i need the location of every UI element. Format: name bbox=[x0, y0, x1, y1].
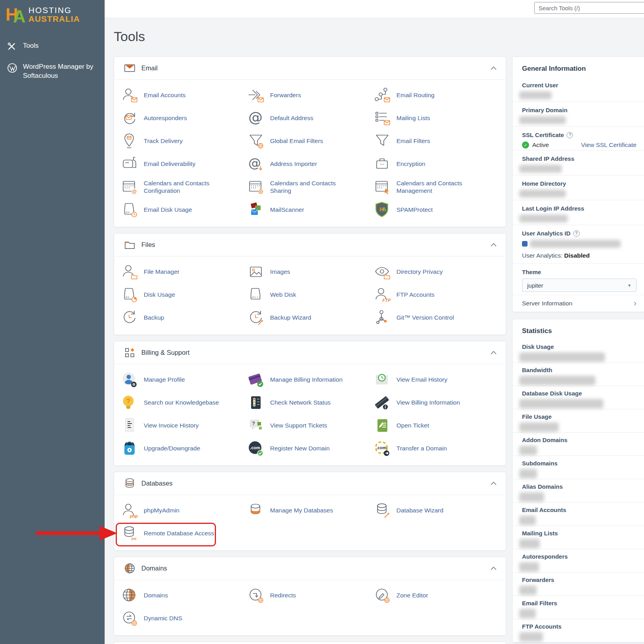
tool-item-calendars-and-contacts-management[interactable]: Calendars and Contacts Management bbox=[373, 175, 499, 198]
collapse-chevron-icon[interactable] bbox=[491, 351, 496, 354]
redacted-value bbox=[530, 240, 621, 248]
tool-item-view-invoice-history[interactable]: View Invoice History bbox=[120, 414, 247, 437]
tool-item-file-manager[interactable]: File Manager bbox=[120, 260, 247, 283]
sidebar-item-tools[interactable]: Tools bbox=[0, 37, 105, 58]
tool-item-label: Redirects bbox=[270, 591, 296, 599]
tool-item-email-filters[interactable]: Email Filters bbox=[373, 130, 499, 153]
tool-item-label: Domains bbox=[144, 591, 168, 599]
section-header-billing: Billing & Support bbox=[114, 341, 506, 364]
tool-item-open-ticket[interactable]: Open Ticket bbox=[373, 414, 499, 437]
sidebar-item-wordpress-manager[interactable]: WordPress Manager by Softaculous bbox=[0, 58, 105, 85]
tool-item-spamprotect[interactable]: HASPAMProtect bbox=[373, 198, 499, 221]
collapse-chevron-icon[interactable] bbox=[491, 567, 496, 570]
tool-item-forwarders[interactable]: Forwarders bbox=[247, 84, 373, 107]
section-grid-domains: DomainsRedirectsZone EditorDynamic DNS bbox=[114, 580, 506, 635]
section-title: Files bbox=[141, 241, 155, 249]
tool-item-git-version-control[interactable]: Git™ Version Control bbox=[373, 306, 499, 329]
collapse-chevron-icon[interactable] bbox=[491, 243, 496, 247]
search-input[interactable] bbox=[534, 2, 644, 14]
tool-item-ftp-accounts[interactable]: FTPFTP Accounts bbox=[373, 283, 499, 306]
sections: EmailEmail AccountsForwardersEmail Routi… bbox=[114, 56, 506, 636]
tool-item-global-email-filters[interactable]: Global Email Filters bbox=[247, 130, 373, 153]
mailscanner-icon bbox=[247, 201, 265, 219]
tool-item-disk-usage[interactable]: Disk Usage bbox=[120, 283, 247, 306]
tool-item-database-wizard[interactable]: Database Wizard bbox=[373, 499, 499, 522]
tool-item-calendars-and-contacts-configuration[interactable]: @Calendars and Contacts Configuration bbox=[120, 175, 247, 198]
svg-text:FTP: FTP bbox=[383, 298, 391, 303]
tool-item-register-new-domain[interactable]: .comRegister New Domain bbox=[247, 437, 373, 460]
tool-item-upgrade-downgrade[interactable]: Upgrade/Downgrade bbox=[120, 437, 247, 460]
tool-item-encryption[interactable]: Encryption bbox=[373, 153, 499, 175]
tool-item-email-routing[interactable]: Email Routing bbox=[373, 84, 499, 107]
ha-logo-mark-icon: H A bbox=[6, 4, 25, 25]
tool-item-email-deliverability[interactable]: Email Deliverability bbox=[120, 153, 247, 175]
tool-item-dynamic-dns[interactable]: Dynamic DNS bbox=[120, 607, 247, 630]
brand-text: HOSTING AUSTRALIA bbox=[28, 6, 80, 23]
tool-item-calendars-and-contacts-sharing[interactable]: Calendars and Contacts Sharing bbox=[247, 175, 373, 198]
sidebar-item-label: Tools bbox=[23, 41, 39, 51]
help-icon[interactable]: ? bbox=[567, 132, 573, 138]
tool-item-default-address[interactable]: @Default Address bbox=[247, 107, 373, 130]
mailing-list-icon bbox=[373, 109, 391, 127]
tool-item-manage-my-databases[interactable]: Manage My Databases bbox=[247, 499, 373, 522]
collapse-chevron-icon[interactable] bbox=[491, 482, 496, 485]
help-icon[interactable]: ? bbox=[573, 230, 580, 237]
stat-row-email-filters: Email Filters bbox=[513, 596, 644, 619]
redacted-value bbox=[519, 469, 537, 478]
tool-item-view-email-history[interactable]: View Email History bbox=[373, 368, 499, 391]
tool-item-label: View Billing Information bbox=[396, 399, 460, 406]
redirect-icon bbox=[247, 586, 265, 604]
redacted-value bbox=[519, 516, 536, 525]
tool-item-autoresponders[interactable]: Autoresponders bbox=[120, 107, 247, 130]
theme-select[interactable]: jupiter▼ bbox=[522, 279, 636, 292]
tool-item-backup[interactable]: Backup bbox=[120, 306, 247, 329]
tool-item-label: Global Email Filters bbox=[270, 137, 323, 145]
at-sign-icon: @ bbox=[247, 109, 265, 127]
tool-item-domains[interactable]: Domains bbox=[120, 584, 247, 607]
server-information-link[interactable]: Server Information› bbox=[513, 295, 644, 312]
tool-item-track-delivery[interactable]: Track Delivery bbox=[120, 130, 247, 153]
tool-item-zone-editor[interactable]: Zone Editor bbox=[373, 584, 499, 607]
stat-label: Alias Domains bbox=[522, 483, 636, 490]
tool-item-backup-wizard[interactable]: Backup Wizard bbox=[247, 306, 373, 329]
tool-item-search-our-knowledgebase[interactable]: ?Search our Knowledgebase bbox=[120, 391, 247, 414]
tool-item-label: Email Disk Usage bbox=[144, 206, 192, 213]
tool-item-label: Zone Editor bbox=[396, 591, 428, 599]
section-domains: DomainsDomainsRedirectsZone EditorDynami… bbox=[114, 557, 506, 636]
tool-item-phpmyadmin[interactable]: phpphpMyAdmin bbox=[120, 499, 247, 522]
tool-item-manage-profile[interactable]: Manage Profile bbox=[120, 368, 247, 391]
select-caret-icon: ▼ bbox=[627, 283, 631, 288]
tool-item-label: Calendars and Contacts Management bbox=[396, 179, 477, 195]
tool-item-label: Open Ticket bbox=[396, 422, 429, 429]
user-mail-icon bbox=[120, 86, 139, 104]
tool-item-web-disk[interactable]: Web Disk bbox=[247, 283, 373, 306]
globe-half-icon bbox=[120, 586, 139, 604]
tool-item-email-accounts[interactable]: Email Accounts bbox=[120, 84, 247, 107]
tool-item-remote-database-access[interactable]: ><Remote Database Access bbox=[120, 522, 247, 545]
tool-item-redirects[interactable]: Redirects bbox=[247, 584, 373, 607]
tool-item-view-billing-information[interactable]: iView Billing Information bbox=[373, 391, 499, 414]
redacted-value bbox=[519, 492, 544, 502]
redacted-value bbox=[519, 539, 540, 548]
tool-item-label: File Manager bbox=[144, 268, 179, 275]
collapse-chevron-icon[interactable] bbox=[491, 66, 496, 70]
tool-item-view-support-tickets[interactable]: ?View Support Tickets bbox=[247, 414, 373, 437]
eye-folder-icon bbox=[373, 263, 391, 281]
hosting-australia-logo[interactable]: H A HOSTING AUSTRALIA bbox=[0, 0, 105, 25]
tool-item-check-network-status[interactable]: Check Network Status bbox=[247, 391, 373, 414]
tool-item-mailing-lists[interactable]: Mailing Lists bbox=[373, 107, 499, 130]
tool-item-email-disk-usage[interactable]: Email Disk Usage bbox=[120, 198, 247, 221]
info-label: Current User bbox=[522, 82, 636, 89]
tool-item-mailscanner[interactable]: MailScanner bbox=[247, 198, 373, 221]
mailbox-icon bbox=[120, 155, 139, 173]
view-ssl-certificate-link[interactable]: View SSL Certificate bbox=[581, 141, 636, 149]
tool-item-manage-billing-information[interactable]: Manage Billing Information bbox=[247, 368, 373, 391]
tool-item-label: Address Importer bbox=[270, 160, 317, 168]
tool-item-transfer-a-domain[interactable]: .comTransfer a Domain bbox=[373, 437, 499, 460]
tool-item-directory-privacy[interactable]: Directory Privacy bbox=[373, 260, 499, 283]
tool-item-label: Upgrade/Downgrade bbox=[144, 444, 200, 452]
tool-item-images[interactable]: Images bbox=[247, 260, 373, 283]
tool-item-label: Register New Domain bbox=[270, 444, 330, 452]
tool-item-address-importer[interactable]: @Address Importer bbox=[247, 153, 373, 175]
section-header-databases: Databases bbox=[114, 472, 506, 495]
